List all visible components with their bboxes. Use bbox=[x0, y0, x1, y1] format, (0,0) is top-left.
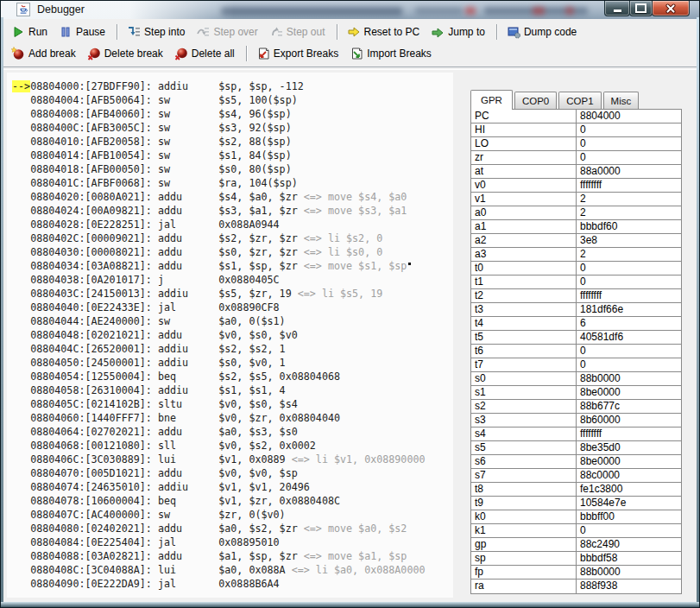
disassembly-view[interactable]: -->08804000:[27BDFF90]: addiu $sp, $sp, … bbox=[7, 73, 453, 598]
register-value[interactable]: 181df66e bbox=[577, 303, 681, 316]
disassembly-line[interactable]: 08804060:[1440FFF7]: bne $v0, $zr, 0x088… bbox=[12, 411, 453, 425]
register-value[interactable]: 0 bbox=[577, 524, 681, 537]
disassembly-line[interactable]: 0880400C:[AFB3005C]: sw $s3, 92($sp) bbox=[12, 121, 453, 135]
register-row[interactable]: t60 bbox=[471, 345, 681, 358]
register-value[interactable]: 88b0000 bbox=[577, 372, 681, 385]
register-row[interactable]: PC8804000 bbox=[471, 110, 681, 124]
register-value[interactable]: 88b0000 bbox=[577, 566, 681, 579]
register-value[interactable]: 0 bbox=[577, 137, 681, 150]
register-row[interactable]: k0bbbff00 bbox=[471, 510, 681, 524]
jump-to-button[interactable]: Jump to bbox=[428, 23, 488, 41]
register-value[interactable]: 8be0000 bbox=[577, 455, 681, 468]
register-row[interactable]: s788c0000 bbox=[471, 469, 681, 483]
disassembly-line[interactable]: 08804070:[005D1021]: addu $v0, $v0, $sp bbox=[12, 466, 453, 480]
register-row[interactable]: v0ffffffff bbox=[471, 179, 681, 193]
disassembly-line[interactable]: 08804090:[0E222DA9]: jal 0x0888B6A4 bbox=[12, 577, 453, 591]
disassembly-line[interactable]: 08804048:[02021021]: addu $v0, $s0, $v0 bbox=[12, 328, 453, 342]
maximize-button[interactable] bbox=[629, 1, 653, 16]
register-value[interactable]: 8b60000 bbox=[577, 414, 681, 427]
register-value[interactable]: 0 bbox=[577, 262, 681, 275]
disassembly-line[interactable]: 08804038:[0A201017]: j 0x0880405C bbox=[12, 273, 453, 287]
register-row[interactable]: s68be0000 bbox=[471, 455, 681, 469]
disassembly-line[interactable]: 0880407C:[AC400000]: sw $zr, 0($v0) bbox=[12, 508, 453, 522]
register-value[interactable]: 88c0000 bbox=[577, 469, 681, 482]
disassembly-line[interactable]: 08804064:[02702021]: addu $a0, $s3, $s0 bbox=[12, 425, 453, 439]
register-value[interactable]: fe1c3800 bbox=[577, 483, 681, 496]
disassembly-line[interactable]: 0880401C:[AFBF0068]: sw $ra, 104($sp) bbox=[12, 176, 453, 190]
register-row[interactable]: t3181df66e bbox=[471, 303, 681, 317]
register-value[interactable]: 6 bbox=[577, 317, 681, 330]
disassembly-line[interactable]: 0880402C:[00009021]: addu $s2, $zr, $zr … bbox=[12, 231, 453, 245]
tab-cop0[interactable]: COP0 bbox=[514, 92, 557, 109]
disassembly-line[interactable]: 08804054:[12550004]: beq $s2, $s5, 0x088… bbox=[12, 370, 453, 383]
register-row[interactable]: t70 bbox=[471, 358, 681, 372]
disassembly-line[interactable]: 08804034:[03A08821]: addu $s1, $sp, $zr … bbox=[12, 259, 453, 273]
register-row[interactable]: zr0 bbox=[471, 151, 681, 165]
register-value[interactable]: 88b677c bbox=[577, 400, 681, 413]
dump-code-button[interactable]: Dump code bbox=[504, 23, 579, 41]
register-row[interactable]: v12 bbox=[471, 193, 681, 206]
register-row[interactable]: t00 bbox=[471, 262, 681, 276]
register-row[interactable]: a02 bbox=[471, 206, 681, 220]
disassembly-line[interactable]: 08804024:[00A09821]: addu $s3, $a1, $zr … bbox=[12, 204, 453, 218]
register-row[interactable]: HI0 bbox=[471, 124, 681, 137]
close-button[interactable] bbox=[652, 1, 690, 16]
disassembly-line[interactable]: 08804018:[AFB00050]: sw $s0, 80($sp) bbox=[12, 162, 453, 176]
register-row[interactable]: s4ffffffff bbox=[471, 428, 681, 441]
register-row[interactable]: t2ffffffff bbox=[471, 289, 681, 303]
register-value[interactable]: 2 bbox=[577, 193, 681, 206]
register-row[interactable]: a23e8 bbox=[471, 234, 681, 248]
pause-button[interactable]: Pause bbox=[56, 23, 108, 41]
disassembly-line[interactable]: 08804028:[0E228251]: jal 0x088A0944 bbox=[12, 218, 453, 231]
register-row[interactable]: s58be35d0 bbox=[471, 441, 681, 455]
register-value[interactable]: 88c2490 bbox=[577, 538, 681, 551]
disassembly-line[interactable]: 08804068:[00121080]: sll $v0, $s2, 0x000… bbox=[12, 439, 453, 453]
register-row[interactable]: t8fe1c3800 bbox=[471, 483, 681, 497]
register-value[interactable]: 0 bbox=[577, 345, 681, 358]
reset-to-pc-button[interactable]: Reset to PC bbox=[344, 23, 423, 41]
register-row[interactable]: a1bbbdf60 bbox=[471, 220, 681, 234]
register-value[interactable]: 0 bbox=[577, 358, 681, 371]
register-value[interactable]: ffffffff bbox=[577, 289, 681, 302]
tab-cop1[interactable]: COP1 bbox=[558, 92, 601, 109]
register-value[interactable]: 888f938 bbox=[577, 580, 681, 593]
register-value[interactable]: bbbdf58 bbox=[577, 552, 681, 565]
disassembly-line[interactable]: 0880404C:[26520001]: addiu $s2, $s2, 1 bbox=[12, 342, 453, 356]
register-row[interactable]: a32 bbox=[471, 248, 681, 262]
minimize-button[interactable] bbox=[604, 1, 630, 16]
disassembly-line[interactable]: 08804078:[10600004]: beq $v1, $zr, 0x088… bbox=[12, 494, 453, 508]
disassembly-line[interactable]: 0880403C:[24150013]: addiu $s5, $zr, 19 … bbox=[12, 287, 453, 301]
disassembly-line[interactable]: 08804004:[AFB50064]: sw $s5, 100($sp) bbox=[12, 93, 453, 107]
register-row[interactable]: t10 bbox=[471, 276, 681, 289]
register-row[interactable]: t910584e7e bbox=[471, 497, 681, 510]
disassembly-line[interactable]: 08804088:[03A02821]: addu $a1, $sp, $zr … bbox=[12, 549, 453, 563]
import-breaks-button[interactable]: Import Breaks bbox=[347, 45, 434, 62]
register-value[interactable]: 0 bbox=[577, 276, 681, 288]
register-value[interactable]: 0 bbox=[577, 151, 681, 164]
register-row[interactable]: LO0 bbox=[471, 137, 681, 151]
delete-break-button[interactable]: Delete break bbox=[85, 45, 166, 62]
register-value[interactable]: bbbff00 bbox=[577, 510, 681, 523]
disassembly-line[interactable]: 08804050:[24500001]: addiu $s0, $v0, 1 bbox=[12, 356, 453, 370]
disassembly-line[interactable]: 0880408C:[3C04088A]: lui $a0, 0x088A <=>… bbox=[12, 563, 453, 577]
disassembly-line[interactable]: 08804084:[0E225404]: jal 0x08895010 bbox=[12, 535, 453, 549]
register-value[interactable]: ffffffff bbox=[577, 428, 681, 440]
disassembly-line[interactable]: 08804080:[02402021]: addu $a0, $s2, $zr … bbox=[12, 522, 453, 535]
disassembly-line[interactable]: 08804030:[00008021]: addu $s0, $zr, $zr … bbox=[12, 245, 453, 259]
run-button[interactable]: Run bbox=[9, 23, 50, 41]
disassembly-line[interactable]: 08804020:[0080A021]: addu $s4, $a0, $zr … bbox=[12, 190, 453, 204]
register-row[interactable]: s38b60000 bbox=[471, 414, 681, 428]
register-row[interactable]: fp88b0000 bbox=[471, 566, 681, 580]
export-breaks-button[interactable]: Export Breaks bbox=[254, 45, 341, 62]
disassembly-line[interactable]: 08804010:[AFB20058]: sw $s2, 88($sp) bbox=[12, 135, 453, 149]
register-row[interactable]: k10 bbox=[471, 524, 681, 538]
tab-misc[interactable]: Misc bbox=[603, 92, 640, 109]
disassembly-line[interactable]: 0880406C:[3C030889]: lui $v1, 0x0889 <=>… bbox=[12, 453, 453, 466]
delete-all-button[interactable]: Delete all bbox=[172, 45, 237, 62]
register-value[interactable]: 2 bbox=[577, 206, 681, 219]
title-bar[interactable]: Debugger bbox=[1, 1, 699, 20]
disassembly-line[interactable]: 08804074:[24635010]: addiu $v1, $v1, 204… bbox=[12, 480, 453, 494]
disassembly-line[interactable]: 0880405C:[0214102B]: sltu $v0, $s0, $s4 bbox=[12, 397, 453, 411]
disassembly-line[interactable]: 08804014:[AFB10054]: sw $s1, 84($sp) bbox=[12, 149, 453, 162]
disassembly-line[interactable]: 08804008:[AFB40060]: sw $s4, 96($sp) bbox=[12, 107, 453, 121]
